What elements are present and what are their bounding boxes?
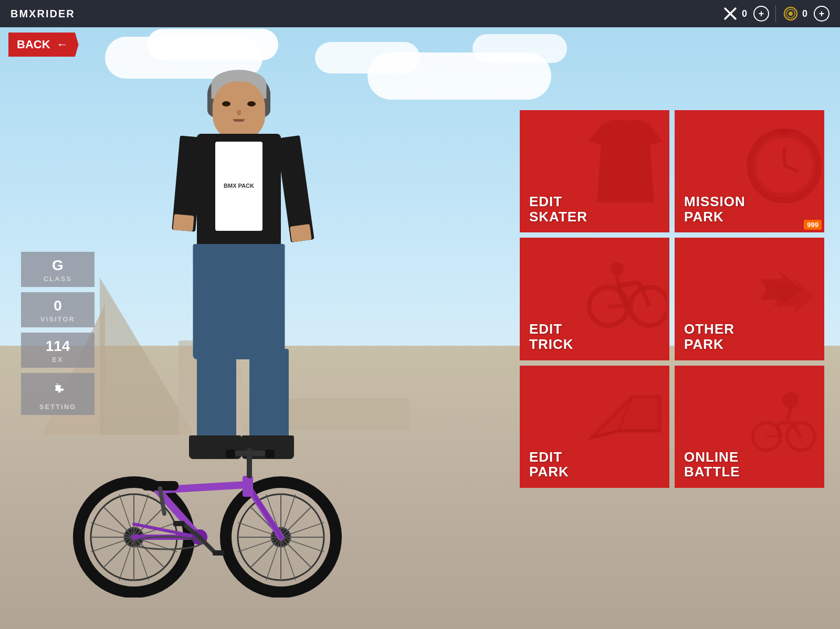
svg-line-61 xyxy=(617,276,619,286)
svg-line-57 xyxy=(619,286,626,306)
edit-park-label2: PARK xyxy=(529,464,660,479)
mission-park-card[interactable]: MISSION PARK 999 xyxy=(675,110,824,232)
currency-area: 0 + 0 + xyxy=(722,5,830,22)
bike-svg xyxy=(52,398,357,598)
back-button[interactable]: BACK ← xyxy=(8,33,79,57)
svg-line-71 xyxy=(777,422,791,424)
visitor-value: 0 xyxy=(54,298,62,313)
char-arm-right xyxy=(276,135,314,242)
online-battle-card[interactable]: ONLINE BATTLE xyxy=(675,366,824,488)
svg-rect-40 xyxy=(173,521,185,526)
svg-point-4 xyxy=(789,12,793,16)
char-pants xyxy=(193,244,285,359)
currency-x: 0 xyxy=(722,5,747,22)
coin-icon xyxy=(782,5,799,22)
visitor-panel[interactable]: 0 VISITOR xyxy=(21,292,94,327)
svg-point-67 xyxy=(783,392,799,408)
visitor-label: VISITOR xyxy=(40,315,75,323)
svg-line-56 xyxy=(619,283,639,286)
add-coin-button[interactable]: + xyxy=(814,6,830,22)
mission-park-label: MISSION xyxy=(684,194,815,209)
edit-skater-label2: SKATER xyxy=(529,209,660,225)
edit-trick-label2: TRICK xyxy=(529,337,660,352)
cloud-5 xyxy=(472,34,567,63)
menu-grid: EDIT SKATER MISSION PARK 999 xyxy=(520,110,824,488)
other-park-label: OTHER xyxy=(684,322,815,337)
back-arrow-icon: ← xyxy=(57,38,68,51)
svg-rect-45 xyxy=(226,450,235,458)
top-bar: BMXRIDER 0 + 0 + xyxy=(0,0,840,27)
currency-x-value: 0 xyxy=(742,8,747,19)
edit-park-card[interactable]: EDIT PARK xyxy=(520,366,669,488)
edit-trick-label: EDIT xyxy=(529,322,660,337)
setting-icon xyxy=(49,379,66,400)
x-icon xyxy=(722,5,739,22)
svg-line-37 xyxy=(200,537,215,553)
currency-coin: 0 xyxy=(782,5,807,22)
setting-label: SETTING xyxy=(39,403,76,411)
svg-line-68 xyxy=(788,408,791,421)
shirt-text: BMX PACK xyxy=(224,183,254,189)
svg-rect-39 xyxy=(213,550,224,556)
ex-label: EX xyxy=(52,356,63,364)
bike-area xyxy=(52,398,357,598)
online-battle-label2: BATTLE xyxy=(684,464,815,479)
svg-line-72 xyxy=(777,424,781,436)
edit-skater-card[interactable]: EDIT SKATER xyxy=(520,110,669,232)
edit-skater-label: EDIT xyxy=(529,194,660,209)
class-panel[interactable]: G CLASS xyxy=(21,252,94,287)
class-label: CLASS xyxy=(44,275,72,283)
svg-rect-35 xyxy=(243,476,253,497)
other-park-card[interactable]: OTHER PARK xyxy=(675,238,824,360)
add-x-button[interactable]: + xyxy=(753,6,769,22)
other-park-label2: PARK xyxy=(684,337,815,352)
char-head xyxy=(213,81,265,139)
back-label: BACK xyxy=(17,38,50,51)
edit-trick-card[interactable]: EDIT TRICK xyxy=(520,238,669,360)
setting-panel[interactable]: SETTING xyxy=(21,373,94,415)
app-title: BMXRIDER xyxy=(10,8,75,20)
left-sidebar: G CLASS 0 VISITOR 114 EX SETTING xyxy=(21,252,94,415)
separator-1 xyxy=(775,5,776,22)
mission-badge: 999 xyxy=(804,220,822,230)
online-battle-label: ONLINE xyxy=(684,450,815,465)
mission-park-label2: PARK xyxy=(684,209,815,225)
ex-panel[interactable]: 114 EX xyxy=(21,333,94,368)
ex-value: 114 xyxy=(46,339,70,354)
class-value: G xyxy=(52,258,64,273)
edit-park-label: EDIT xyxy=(529,450,660,465)
svg-point-70 xyxy=(788,422,815,450)
svg-point-60 xyxy=(611,262,624,275)
currency-coin-value: 0 xyxy=(802,8,807,19)
char-shirt: BMX PACK xyxy=(215,142,262,231)
svg-line-53 xyxy=(784,166,798,172)
svg-rect-46 xyxy=(265,450,275,458)
